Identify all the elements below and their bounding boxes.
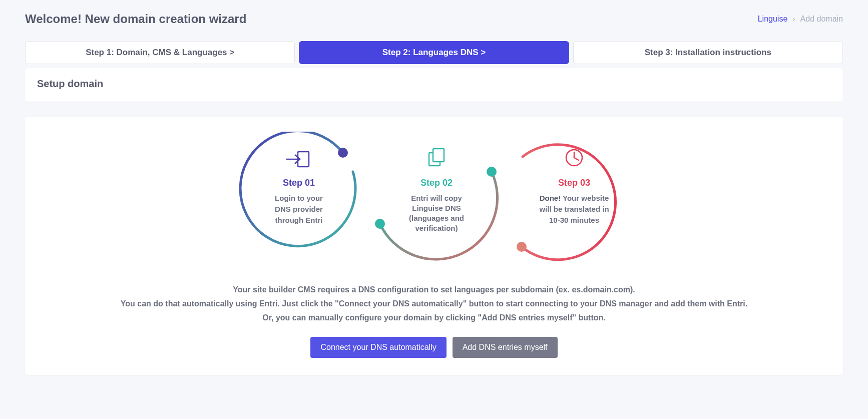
description-line-3: Or, you can manually configure your doma… xyxy=(35,312,833,324)
step02-label: Step 02 xyxy=(420,178,453,188)
login-icon xyxy=(286,152,309,167)
step03-text2: will be translated in xyxy=(539,205,609,213)
add-dns-manual-button[interactable]: Add DNS entries myself xyxy=(453,337,558,358)
setup-domain-panel: Setup domain xyxy=(25,68,843,102)
step02-text4: verification) xyxy=(415,224,458,232)
step01-text3: through Entri xyxy=(275,216,323,224)
breadcrumb-root-link[interactable]: Linguise xyxy=(758,15,788,24)
page-title: Welcome! New domain creation wizard xyxy=(25,12,246,26)
step03-text1: Done! Your website xyxy=(540,194,609,202)
svg-line-10 xyxy=(574,158,579,160)
dns-setup-content: Step 01 Login to your DNS provider throu… xyxy=(25,117,843,375)
svg-point-3 xyxy=(487,167,497,177)
steps-diagram: Step 01 Login to your DNS provider throu… xyxy=(35,132,833,272)
breadcrumb: Linguise › Add domain xyxy=(758,15,843,24)
svg-rect-6 xyxy=(433,149,444,162)
svg-point-7 xyxy=(517,242,527,252)
step01-text1: Login to your xyxy=(275,194,323,202)
step01-text2: DNS provider xyxy=(275,205,323,213)
step03-text3: 10-30 minutes xyxy=(549,216,599,224)
step-tab-1[interactable]: Step 1: Domain, CMS & Languages > xyxy=(25,41,295,64)
step03-label: Step 03 xyxy=(558,178,590,188)
step01-label: Step 01 xyxy=(283,178,315,188)
copy-icon xyxy=(429,149,444,166)
clock-icon xyxy=(566,150,582,166)
step-tab-2[interactable]: Step 2: Languages DNS > xyxy=(299,41,569,64)
description-line-2: You can do that automatically using Entr… xyxy=(35,298,833,310)
step-tab-3[interactable]: Step 3: Installation instructions xyxy=(573,41,843,64)
step02-text3: (languages and xyxy=(409,214,464,222)
svg-point-4 xyxy=(375,219,385,229)
panel-title: Setup domain xyxy=(37,78,831,90)
description-line-1: Your site builder CMS requires a DNS con… xyxy=(35,284,833,296)
step02-text1: Entri will copy xyxy=(411,194,462,202)
svg-point-0 xyxy=(338,148,348,158)
wizard-steps: Step 1: Domain, CMS & Languages > Step 2… xyxy=(25,41,843,64)
connect-dns-button[interactable]: Connect your DNS automatically xyxy=(310,337,446,358)
chevron-right-icon: › xyxy=(792,15,795,24)
breadcrumb-current: Add domain xyxy=(800,15,843,24)
step02-text2: Linguise DNS xyxy=(412,204,461,212)
